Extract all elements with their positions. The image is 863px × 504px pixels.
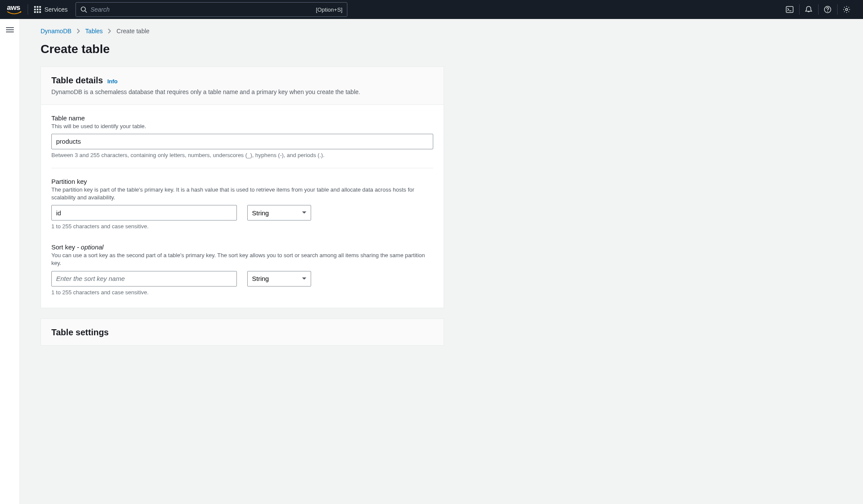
field-label: Table name <box>51 114 433 122</box>
optional-label: - optional <box>77 243 104 251</box>
svg-line-1 <box>85 11 87 13</box>
search-box[interactable]: [Option+S] <box>76 2 347 17</box>
partition-key-input[interactable] <box>51 205 237 220</box>
field-hint: Between 3 and 255 characters, containing… <box>51 152 433 158</box>
table-settings-panel: Table settings <box>41 318 444 346</box>
panel-description: DynamoDB is a schemaless database that r… <box>51 88 433 97</box>
grid-icon <box>34 6 41 13</box>
services-label: Services <box>44 6 68 13</box>
chevron-right-icon <box>108 28 111 34</box>
panel-header: Table settings <box>41 319 444 345</box>
info-link[interactable]: Info <box>107 78 118 85</box>
side-panel-toggle <box>0 19 20 373</box>
search-shortcut: [Option+S] <box>316 6 343 13</box>
panel-title: Table details <box>51 76 103 85</box>
breadcrumb-dynamodb[interactable]: DynamoDB <box>41 28 72 35</box>
panel-body: Table name This will be used to identify… <box>41 105 444 308</box>
field-label: Sort key - optional <box>51 243 433 251</box>
gear-icon <box>843 6 850 13</box>
svg-point-6 <box>846 9 848 11</box>
field-sublabel: This will be used to identify your table… <box>51 123 433 130</box>
aws-logo[interactable]: aws <box>7 3 22 16</box>
panel-header: Table details Info DynamoDB is a schemal… <box>41 67 444 105</box>
bell-icon <box>805 6 813 13</box>
settings-button[interactable] <box>837 0 856 19</box>
divider <box>51 168 433 168</box>
hamburger-button[interactable] <box>6 26 14 34</box>
table-details-panel: Table details Info DynamoDB is a schemal… <box>41 66 444 308</box>
field-partition-key: Partition key The partition key is part … <box>51 178 433 230</box>
sort-key-type-select-wrap: String <box>247 271 311 287</box>
aws-smile-icon <box>7 11 22 16</box>
search-icon <box>80 6 87 13</box>
help-icon <box>824 6 832 13</box>
field-hint: 1 to 255 characters and case sensitive. <box>51 223 433 230</box>
partition-key-type-select[interactable]: String <box>247 205 311 220</box>
search-input[interactable] <box>91 6 312 13</box>
field-sublabel: You can use a sort key as the second par… <box>51 252 433 267</box>
field-sublabel: The partition key is part of the table's… <box>51 186 433 202</box>
nav-icons <box>780 0 856 19</box>
sort-key-input[interactable] <box>51 271 237 287</box>
panel-title: Table settings <box>51 328 109 337</box>
notifications-button[interactable] <box>799 0 818 19</box>
field-sort-key: Sort key - optional You can use a sort k… <box>51 243 433 295</box>
field-table-name: Table name This will be used to identify… <box>51 114 433 158</box>
table-name-input[interactable] <box>51 134 433 149</box>
services-button[interactable]: Services <box>34 6 68 13</box>
breadcrumb-current: Create table <box>117 28 149 35</box>
partition-key-type-select-wrap: String <box>247 205 311 220</box>
page-content: DynamoDB Tables Create table Create tabl… <box>20 19 624 373</box>
top-nav: aws Services [Option+S] <box>0 0 863 19</box>
field-label: Partition key <box>51 178 433 185</box>
cloudshell-icon <box>786 6 794 13</box>
svg-point-0 <box>81 7 85 11</box>
svg-point-5 <box>827 11 828 12</box>
nav-divider <box>28 4 28 15</box>
chevron-right-icon <box>77 28 80 34</box>
sort-key-type-select[interactable]: String <box>247 271 311 287</box>
breadcrumb-tables[interactable]: Tables <box>85 28 103 35</box>
cloudshell-button[interactable] <box>780 0 799 19</box>
help-button[interactable] <box>818 0 837 19</box>
field-hint: 1 to 255 characters and case sensitive. <box>51 289 433 296</box>
breadcrumb: DynamoDB Tables Create table <box>41 28 607 35</box>
svg-rect-2 <box>786 6 793 13</box>
page-title: Create table <box>41 42 607 56</box>
